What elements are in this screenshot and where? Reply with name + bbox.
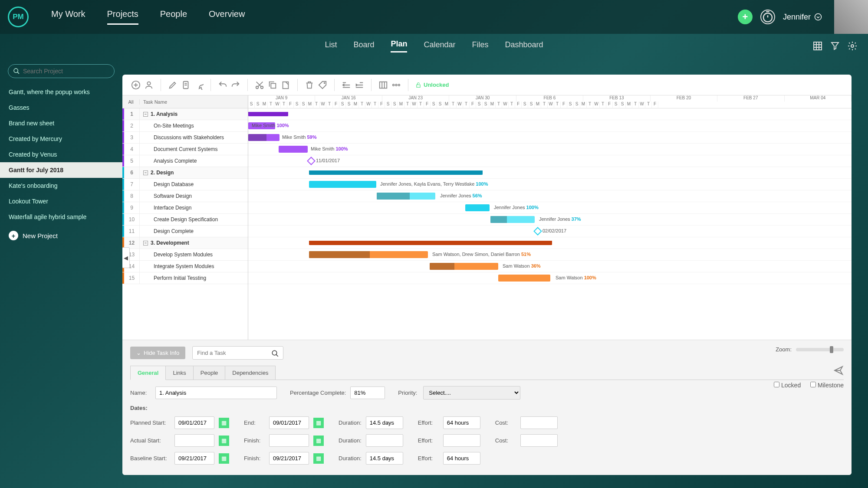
project-item[interactable]: Brand new sheet: [0, 115, 122, 131]
new-project-button[interactable]: + New Project: [0, 225, 122, 246]
gantt-row[interactable]: [248, 237, 852, 249]
gantt-row[interactable]: Jennifer Jones 56%: [248, 190, 852, 202]
nav-people[interactable]: People: [160, 9, 187, 25]
astart-field[interactable]: [174, 434, 214, 447]
task-row[interactable]: 8Software Design: [122, 190, 248, 202]
pstart-field[interactable]: [174, 416, 214, 429]
filter-icon[interactable]: [830, 41, 840, 51]
nav-my-work[interactable]: My Work: [51, 9, 85, 25]
project-item[interactable]: Lookout Tower: [0, 193, 122, 209]
task-row[interactable]: 11Design Complete: [122, 226, 248, 237]
paste-icon[interactable]: [281, 80, 290, 90]
add-button[interactable]: +: [738, 10, 753, 24]
gantt-row[interactable]: Mike Smith 100%: [248, 120, 852, 132]
calendar-icon[interactable]: ▦: [313, 418, 324, 428]
subnav-files[interactable]: Files: [472, 40, 489, 52]
dur2-field[interactable]: [366, 434, 403, 447]
task-row[interactable]: 2On-Site Meetings: [122, 120, 248, 132]
effort2-field[interactable]: [443, 434, 480, 447]
pct-field[interactable]: [350, 386, 385, 399]
task-row[interactable]: 1−1. Analysis: [122, 108, 248, 120]
tab-dependencies[interactable]: Dependencies: [225, 366, 276, 380]
task-row[interactable]: 6−2. Design: [122, 167, 248, 179]
zoom-slider[interactable]: [796, 348, 844, 351]
task-row[interactable]: 3Discussions with Stakeholders: [122, 132, 248, 144]
project-item[interactable]: Kate's onboarding: [0, 178, 122, 193]
more-icon[interactable]: [391, 80, 401, 90]
tab-people[interactable]: People: [193, 366, 225, 380]
task-row[interactable]: 4Document Current Systems: [122, 144, 248, 155]
gantt-row[interactable]: Jennifer Jones, Kayla Evans, Terry Westl…: [248, 179, 852, 190]
gantt-row[interactable]: Mike Smith 59%: [248, 132, 852, 144]
task-row[interactable]: 14Integrate System Modules: [122, 261, 248, 272]
avatar[interactable]: [834, 0, 868, 34]
tag-icon[interactable]: [318, 80, 327, 90]
collapse-sidebar-button[interactable]: ◀: [122, 247, 130, 268]
gantt-row[interactable]: Sam Watson 36%: [248, 261, 852, 272]
assign-icon[interactable]: [144, 80, 154, 90]
priority-select[interactable]: Select....: [423, 386, 520, 400]
send-icon[interactable]: [833, 365, 844, 376]
project-item[interactable]: Gantt for July 2018: [0, 162, 122, 178]
gantt-row[interactable]: [248, 108, 852, 120]
calendar-icon[interactable]: ▦: [313, 436, 324, 446]
project-item[interactable]: Created by Mercury: [0, 131, 122, 147]
copy-icon[interactable]: [268, 80, 277, 90]
edit-icon[interactable]: [168, 80, 178, 90]
add-task-icon[interactable]: [131, 80, 141, 90]
cost-field[interactable]: [520, 416, 558, 429]
gantt-row[interactable]: [248, 167, 852, 179]
task-row[interactable]: 10Create Design Specification: [122, 214, 248, 226]
nav-projects[interactable]: Projects: [107, 9, 138, 25]
gear-icon[interactable]: [847, 41, 858, 51]
calendar-icon[interactable]: ▦: [313, 453, 324, 464]
subnav-plan[interactable]: Plan: [391, 39, 407, 52]
project-item[interactable]: Created by Venus: [0, 147, 122, 162]
project-item[interactable]: Gantt, where the popup works: [0, 84, 122, 100]
gantt-row[interactable]: Jennifer Jones 100%: [248, 202, 852, 214]
task-row[interactable]: 15Perform Initial Tessting: [122, 272, 248, 284]
tab-links[interactable]: Links: [165, 366, 193, 380]
task-row[interactable]: 13Develop System Modules: [122, 249, 248, 261]
subnav-calendar[interactable]: Calendar: [424, 40, 455, 52]
cut-icon[interactable]: [255, 80, 264, 90]
gantt-row[interactable]: Sam Watson, Drew Simon, Daniel Barron 51…: [248, 249, 852, 261]
bdur-field[interactable]: [366, 452, 403, 465]
note-icon[interactable]: [181, 80, 191, 90]
project-item[interactable]: Gasses: [0, 100, 122, 115]
lock-status[interactable]: Unlocked: [415, 82, 449, 88]
nav-overview[interactable]: Overview: [209, 9, 245, 25]
task-row[interactable]: 12−3. Development: [122, 237, 248, 249]
user-menu[interactable]: Jennifer: [783, 13, 822, 22]
timer-button[interactable]: [760, 10, 775, 24]
subnav-board[interactable]: Board: [353, 40, 374, 52]
subnav-dashboard[interactable]: Dashboard: [505, 40, 543, 52]
bstart-field[interactable]: [174, 452, 214, 465]
locked-checkbox[interactable]: Locked: [774, 382, 801, 389]
cost2-field[interactable]: [520, 434, 558, 447]
dur-field[interactable]: [366, 416, 403, 429]
finish-field[interactable]: [269, 434, 309, 447]
task-row[interactable]: 9Interface Design: [122, 202, 248, 214]
subnav-list[interactable]: List: [325, 40, 337, 52]
bfinish-field[interactable]: [269, 452, 309, 465]
calendar-icon[interactable]: ▦: [219, 436, 229, 446]
hide-task-info-button[interactable]: ⌄ Hide Task Info: [130, 347, 185, 359]
indent-icon[interactable]: [355, 80, 364, 90]
task-row[interactable]: 5Analysis Complete: [122, 155, 248, 167]
delete-icon[interactable]: [305, 80, 314, 90]
gantt-row[interactable]: Jennifer Jones 37%: [248, 214, 852, 226]
comment-icon[interactable]: [194, 80, 204, 90]
end-field[interactable]: [269, 416, 309, 429]
name-field[interactable]: [155, 386, 277, 399]
gantt-row[interactable]: Sam Watson 100%: [248, 272, 852, 284]
outdent-icon[interactable]: [342, 80, 351, 90]
task-row[interactable]: 7Design Database: [122, 179, 248, 190]
search-input[interactable]: [8, 64, 115, 78]
redo-icon[interactable]: [231, 80, 240, 90]
beffort-field[interactable]: [443, 452, 480, 465]
gantt-chart[interactable]: JAN 9JAN 16JAN 23JAN 30FEB 6FEB 13FEB 20…: [248, 95, 852, 340]
calendar-icon[interactable]: ▦: [219, 418, 229, 428]
tab-general[interactable]: General: [130, 366, 166, 380]
find-task-input[interactable]: [192, 346, 283, 360]
